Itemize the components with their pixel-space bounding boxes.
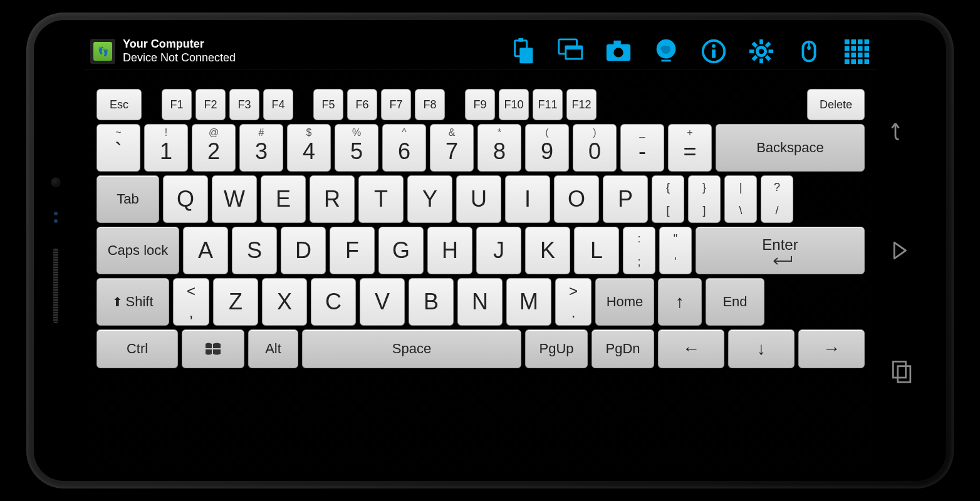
settings-icon[interactable] bbox=[747, 37, 776, 66]
key-up[interactable]: ↑ bbox=[658, 278, 702, 326]
key-i[interactable]: I bbox=[505, 175, 550, 223]
svg-rect-35 bbox=[851, 52, 856, 57]
key-f12[interactable]: F12 bbox=[566, 89, 597, 120]
key-f9[interactable]: F9 bbox=[465, 89, 495, 120]
key-n[interactable]: N bbox=[457, 278, 503, 326]
key-l[interactable]: L bbox=[574, 227, 619, 274]
info-icon[interactable] bbox=[699, 37, 728, 66]
key-rbracket[interactable]: }] bbox=[688, 175, 721, 223]
key-windows[interactable] bbox=[182, 329, 244, 368]
key-2[interactable]: @2 bbox=[192, 124, 236, 172]
key-pgdn[interactable]: PgDn bbox=[592, 329, 654, 368]
mouse-icon[interactable] bbox=[795, 37, 823, 66]
key-esc[interactable]: Esc bbox=[96, 89, 142, 120]
key-y[interactable]: Y bbox=[407, 175, 452, 223]
key-quote[interactable]: "' bbox=[659, 227, 692, 274]
key-3[interactable]: #3 bbox=[239, 124, 283, 172]
key-t[interactable]: T bbox=[358, 175, 404, 223]
key-6[interactable]: ^6 bbox=[382, 124, 426, 172]
app-title-block: Your Computer Device Not Connected bbox=[123, 38, 236, 65]
key-d[interactable]: D bbox=[281, 227, 326, 274]
key-equals[interactable]: += bbox=[668, 124, 712, 172]
key-down[interactable]: ↓ bbox=[728, 329, 795, 368]
key-q[interactable]: Q bbox=[163, 175, 208, 223]
key-o[interactable]: O bbox=[554, 175, 599, 223]
key-shift[interactable]: ⬆Shift bbox=[96, 278, 169, 326]
key-e[interactable]: E bbox=[261, 175, 306, 223]
key-ctrl[interactable]: Ctrl bbox=[96, 329, 178, 368]
windows-icon[interactable] bbox=[556, 37, 585, 66]
key-f2[interactable]: F2 bbox=[195, 89, 226, 120]
key-g[interactable]: G bbox=[378, 227, 424, 274]
back-button[interactable] bbox=[889, 116, 916, 144]
key-b[interactable]: B bbox=[409, 278, 454, 326]
key-alt[interactable]: Alt bbox=[248, 329, 298, 368]
key-5[interactable]: %5 bbox=[335, 124, 378, 172]
key-7[interactable]: &7 bbox=[430, 124, 474, 172]
svg-point-14 bbox=[757, 47, 765, 55]
key-u[interactable]: U bbox=[456, 175, 501, 223]
key-f7[interactable]: F7 bbox=[381, 89, 411, 120]
key-v[interactable]: V bbox=[360, 278, 405, 326]
key-4[interactable]: $4 bbox=[287, 124, 331, 172]
key-z[interactable]: Z bbox=[213, 278, 258, 326]
key-w[interactable]: W bbox=[212, 175, 257, 223]
globe-icon[interactable] bbox=[652, 37, 680, 66]
key-backspace[interactable]: Backspace bbox=[716, 124, 865, 172]
key-8[interactable]: *8 bbox=[477, 124, 521, 172]
key-m[interactable]: M bbox=[506, 278, 551, 326]
key-f1[interactable]: F1 bbox=[162, 89, 192, 120]
key-home[interactable]: Home bbox=[595, 278, 654, 326]
key-j[interactable]: J bbox=[476, 227, 521, 274]
key-f3[interactable]: F3 bbox=[229, 89, 259, 120]
front-camera bbox=[51, 178, 60, 187]
key-s[interactable]: S bbox=[232, 227, 277, 274]
key-slash[interactable]: ?/ bbox=[761, 175, 793, 223]
key-1[interactable]: !1 bbox=[144, 124, 188, 172]
app-toolbar: Your Computer Device Not Connected bbox=[84, 33, 877, 70]
key-f4[interactable]: F4 bbox=[263, 89, 293, 120]
key-space[interactable]: Space bbox=[302, 329, 521, 368]
key-backslash[interactable]: |\ bbox=[724, 175, 757, 223]
clipboard-icon[interactable] bbox=[509, 37, 538, 66]
key-p[interactable]: P bbox=[603, 175, 648, 223]
key-9[interactable]: (9 bbox=[525, 124, 569, 172]
key-delete[interactable]: Delete bbox=[807, 89, 865, 120]
key-pgup[interactable]: PgUp bbox=[525, 329, 588, 368]
phone-frame: Your Computer Device Not Connected bbox=[26, 13, 954, 488]
key-f[interactable]: F bbox=[330, 227, 375, 274]
key-f6[interactable]: F6 bbox=[347, 89, 377, 120]
key-capslock[interactable]: Caps lock bbox=[96, 227, 179, 274]
key-h[interactable]: H bbox=[427, 227, 472, 274]
key-backtick[interactable]: ~` bbox=[96, 124, 140, 172]
key-right[interactable]: → bbox=[798, 329, 865, 368]
recent-button[interactable] bbox=[889, 357, 916, 385]
key-c[interactable]: C bbox=[311, 278, 356, 326]
key-minus[interactable]: _- bbox=[620, 124, 664, 172]
key-tab[interactable]: Tab bbox=[96, 175, 159, 223]
svg-rect-5 bbox=[566, 49, 581, 58]
key-left[interactable]: ← bbox=[658, 329, 724, 368]
key-end[interactable]: End bbox=[706, 278, 764, 326]
key-semicolon[interactable]: :; bbox=[623, 227, 655, 274]
home-button[interactable] bbox=[889, 237, 916, 264]
key-enter[interactable]: Enter bbox=[696, 227, 865, 274]
camera-icon[interactable] bbox=[604, 37, 633, 66]
key-period[interactable]: >. bbox=[555, 278, 592, 326]
key-lbracket[interactable]: {[ bbox=[652, 175, 684, 223]
svg-rect-39 bbox=[851, 59, 856, 64]
key-comma[interactable]: <, bbox=[173, 278, 209, 326]
key-f11[interactable]: F11 bbox=[533, 89, 563, 120]
svg-rect-34 bbox=[845, 52, 850, 57]
enter-arrow-icon bbox=[768, 255, 793, 265]
key-x[interactable]: X bbox=[262, 278, 307, 326]
svg-rect-10 bbox=[661, 59, 670, 61]
key-f8[interactable]: F8 bbox=[415, 89, 445, 120]
key-f5[interactable]: F5 bbox=[313, 89, 343, 120]
key-k[interactable]: K bbox=[525, 227, 570, 274]
key-r[interactable]: R bbox=[310, 175, 355, 223]
grid-icon[interactable] bbox=[842, 37, 871, 66]
key-a[interactable]: A bbox=[183, 227, 228, 274]
key-f10[interactable]: F10 bbox=[499, 89, 529, 120]
key-0[interactable]: )0 bbox=[573, 124, 617, 172]
